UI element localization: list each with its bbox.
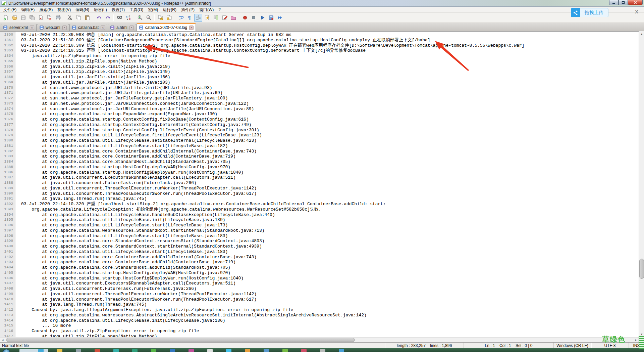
taskbar-app-icon[interactable]: [57, 349, 62, 352]
menu-item-语言l[interactable]: 语言(L): [92, 7, 109, 13]
badge-close-icon[interactable]: X: [635, 9, 638, 14]
taskbar-app-icon[interactable]: [207, 349, 213, 352]
taskbar-app-icon[interactable]: [339, 349, 344, 352]
taskbar-app-icon[interactable]: [113, 349, 119, 352]
menu-item-编辑e[interactable]: 编辑(E): [19, 7, 37, 13]
close-button[interactable]: [628, 0, 643, 5]
replace-button[interactable]: ab: [124, 14, 132, 22]
redo-button[interactable]: [104, 14, 112, 22]
menu-item-插件p[interactable]: 插件(P): [179, 7, 197, 13]
log-line-text: at org.apache.catalina.core.ContainerBas…: [15, 149, 257, 154]
taskbar-app-icon[interactable]: [38, 349, 44, 352]
maximize-button[interactable]: [619, 0, 628, 5]
taskbar-app-icon[interactable]: [76, 349, 81, 352]
tab-server.xml[interactable]: server.xml×: [1, 24, 37, 31]
menu-item-搜索s[interactable]: 搜索(S): [37, 7, 55, 13]
minimize-button[interactable]: [609, 0, 619, 5]
editor-area[interactable]: 136003-Jul-2020 21:22:39.098 信息 [main] o…: [0, 31, 639, 337]
log-line: 1393 org.apache.catalina.LifecycleExcept…: [0, 207, 639, 212]
play-macro-button[interactable]: [258, 14, 266, 22]
horizontal-scrollbar[interactable]: ◄ ►: [0, 337, 639, 342]
cut-button[interactable]: [66, 14, 74, 22]
tab-catalina.bat[interactable]: catalina.bat×: [69, 24, 107, 31]
doc-switcher-button[interactable]: [220, 14, 228, 22]
function-list-button[interactable]: [203, 14, 211, 22]
open-button[interactable]: [10, 14, 18, 22]
tab-close-icon[interactable]: ×: [129, 26, 134, 30]
taskbar-app-icon[interactable]: [320, 349, 325, 352]
taskbar-app-icon[interactable]: [19, 349, 48, 352]
taskbar-app-icon[interactable]: [151, 349, 156, 352]
menu-item-视图v[interactable]: 视图(V): [55, 7, 73, 13]
menu-item-文件f[interactable]: 文件(F): [1, 7, 19, 13]
close-all-button[interactable]: [45, 14, 53, 22]
new-file-button[interactable]: [2, 14, 10, 22]
scroll-right-arrow-icon[interactable]: ►: [633, 338, 639, 343]
start-button[interactable]: [3, 349, 10, 352]
drag-upload-badge[interactable]: 拖拽上传: [571, 8, 608, 17]
vertical-scrollbar[interactable]: ▲ ▼: [639, 31, 644, 337]
save-button[interactable]: [19, 14, 27, 22]
watermark-text: 草绿色: [602, 335, 625, 345]
log-line: 1401 at org.apache.catalina.util.Lifecyc…: [0, 249, 639, 255]
taskbar-app-icon[interactable]: [170, 349, 175, 352]
menu-item-[interactable]: ?: [216, 7, 223, 13]
taskbar-app-icon[interactable]: [226, 349, 231, 352]
vertical-scrollbar-thumb[interactable]: [639, 259, 644, 279]
scroll-left-arrow-icon[interactable]: ◄: [0, 338, 5, 343]
run-multiple-button[interactable]: [276, 14, 284, 22]
sync-scroll-v-button[interactable]: [156, 14, 164, 22]
menu-item-工具o[interactable]: 工具(O): [127, 7, 146, 13]
taskbar-app-icon[interactable]: [245, 349, 250, 352]
close-button[interactable]: [37, 14, 45, 22]
taskbar-app-icon[interactable]: [301, 349, 307, 352]
undo-icon: [96, 15, 102, 20]
tab-close-icon[interactable]: ×: [30, 26, 34, 30]
tab-a.html[interactable]: a.html×: [108, 24, 136, 31]
menu-item-窗口w[interactable]: 窗口(W): [197, 7, 216, 13]
tab-close-icon[interactable]: ×: [101, 26, 105, 30]
stop-macro-button[interactable]: [250, 14, 258, 22]
status-length-lines: length : 283,257 lines : 1,896: [385, 343, 464, 348]
sync-scroll-h-button[interactable]: [165, 14, 173, 22]
line-number: 1405: [0, 270, 15, 276]
record-macro-button[interactable]: [241, 14, 249, 22]
log-line: 1381 at org.apache.catalina.util.Lifecyc…: [0, 143, 639, 149]
word-wrap-button[interactable]: [177, 14, 185, 22]
scroll-up-arrow-icon[interactable]: ▲: [639, 31, 644, 37]
tab-close-icon[interactable]: ×: [62, 26, 67, 30]
copy-button[interactable]: [74, 14, 83, 22]
indent-guide-button[interactable]: [194, 14, 202, 22]
menu-item-运行r[interactable]: 运行(R): [160, 7, 179, 13]
undo-button[interactable]: [95, 14, 103, 22]
menu-item-设置t[interactable]: 设置(T): [109, 7, 127, 13]
taskbar-app-icon[interactable]: [95, 349, 100, 352]
menu-item-宏m[interactable]: 宏(M): [146, 7, 160, 13]
log-line: 136303-Jul-2020 22:14:10.315 严重 [localho…: [0, 48, 639, 53]
print-button[interactable]: [54, 14, 62, 22]
log-line-text: at org.apache.catalina.util.LifecycleBas…: [15, 143, 228, 149]
tab-catalina.2020-07-03.log[interactable]: catalina.2020-07-03.log×: [137, 23, 196, 31]
tab-label: server.xml: [9, 25, 28, 30]
show-all-chars-button[interactable]: ¶: [185, 14, 194, 22]
find-button[interactable]: [115, 14, 123, 22]
line-number: 1375: [0, 112, 15, 117]
taskbar-app-icon[interactable]: [264, 349, 269, 352]
tab-web.xml[interactable]: web.xml×: [37, 24, 69, 31]
taskbar-app-icon[interactable]: [282, 349, 288, 352]
folder-workspace-button[interactable]: [229, 14, 237, 22]
save-all-button[interactable]: [28, 14, 36, 22]
save-macro-button[interactable]: [267, 14, 275, 22]
paste-button[interactable]: [83, 14, 91, 22]
menu-item-编码n[interactable]: 编码(N): [73, 7, 92, 13]
taskbar-app-icon[interactable]: [132, 349, 138, 352]
toolbar-separator: [154, 14, 155, 21]
zoom-out-button[interactable]: [145, 14, 153, 22]
line-number: 1379: [0, 133, 15, 138]
horizontal-scrollbar-thumb[interactable]: [6, 338, 355, 342]
doc-map-button[interactable]: [212, 14, 220, 22]
zoom-in-button[interactable]: [136, 14, 144, 22]
line-number: 1362: [0, 43, 15, 48]
tab-close-icon[interactable]: ×: [189, 26, 194, 30]
taskbar-app-icon[interactable]: [189, 349, 194, 352]
